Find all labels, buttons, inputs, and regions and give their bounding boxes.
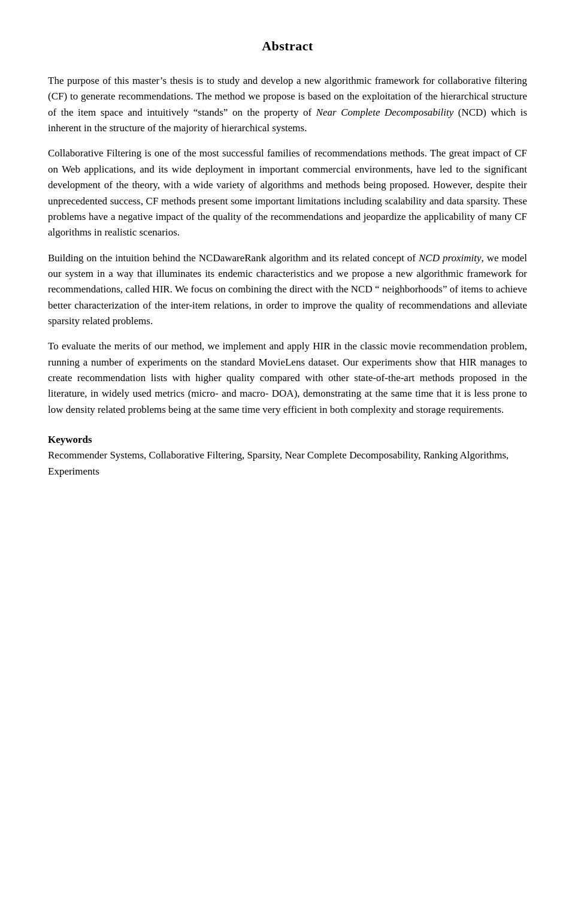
abstract-paragraph-4: To evaluate the merits of our method, we…: [48, 339, 527, 418]
abstract-paragraph-3: Building on the intuition behind the NCD…: [48, 250, 527, 330]
keywords-label: Keywords: [48, 434, 92, 445]
abstract-paragraph-2: Collaborative Filtering is one of the mo…: [48, 146, 527, 240]
keywords-text: Recommender Systems, Collaborative Filte…: [48, 449, 509, 476]
abstract-paragraph-1: The purpose of this master’s thesis is t…: [48, 73, 527, 136]
abstract-title: Abstract: [48, 36, 527, 56]
keywords-section: Keywords Recommender Systems, Collaborat…: [48, 432, 527, 479]
